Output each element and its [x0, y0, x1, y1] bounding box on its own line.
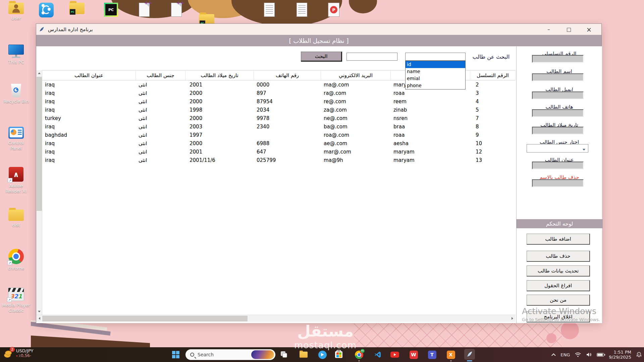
- wifi-icon[interactable]: [575, 352, 581, 357]
- table-cell: انثى: [136, 115, 185, 121]
- table-horizontal-scrollbar[interactable]: [36, 315, 516, 322]
- desktop-icon-shareit[interactable]: [39, 3, 54, 17]
- table-cell: 1997: [185, 132, 254, 138]
- table-cell: 9: [470, 132, 516, 138]
- student-address-field[interactable]: [532, 162, 584, 169]
- window-title: برنامج اداره المدارس: [48, 26, 93, 33]
- table-vertical-scrollbar[interactable]: [36, 70, 42, 315]
- scroll-down-arrow-icon[interactable]: [36, 309, 42, 315]
- telegram-button[interactable]: [318, 350, 327, 359]
- search-placeholder: Search: [198, 352, 251, 357]
- notification-bell-icon[interactable]: z: [636, 352, 642, 358]
- column-header[interactable]: جنس الطالب: [136, 70, 185, 80]
- vscode-button[interactable]: [373, 350, 382, 359]
- start-button[interactable]: [169, 350, 182, 360]
- table-cell: 2340: [254, 124, 321, 130]
- battery-icon[interactable]: [597, 353, 604, 357]
- wps-office-button[interactable]: W: [409, 350, 418, 359]
- table-row[interactable]: iraqانثى19982034za@.comzinab5: [42, 106, 516, 114]
- column-header[interactable]: تاريخ ميلاد الطالب: [185, 70, 254, 80]
- student-gender-select[interactable]: [527, 144, 588, 153]
- desktop-icon-dist[interactable]: dist: [2, 209, 31, 228]
- table-row[interactable]: turkeyانثى20009978ne@.comnsren7: [42, 114, 516, 122]
- desktop-icon-chrome[interactable]: ↗ chrome: [2, 249, 31, 271]
- table-row[interactable]: iraqانثى200087954re@.comreem4: [42, 97, 516, 106]
- microsoft-store-button[interactable]: [334, 350, 343, 359]
- delete-student-button[interactable]: حذف طالب: [527, 251, 590, 262]
- dropdown-option-selected[interactable]: id: [406, 61, 465, 68]
- delete-by-name-field[interactable]: [532, 179, 584, 187]
- desktop-icon-control-panel[interactable]: Control Panel: [2, 127, 31, 151]
- tray-overflow-chevron-icon[interactable]: [551, 353, 556, 358]
- desktop-icon-pycharm[interactable]: PC: [104, 3, 118, 17]
- desktop-icon-media-player-classic[interactable]: 321 ↗ Media Player Classic: [2, 288, 31, 313]
- desktop-icon-recycle-bin[interactable]: Recycle Bin: [2, 84, 31, 104]
- task-view-button[interactable]: [280, 350, 288, 359]
- close-button[interactable]: ×: [584, 26, 594, 33]
- scroll-left-arrow-icon[interactable]: [36, 315, 42, 321]
- add-student-button[interactable]: اضافه طالب: [527, 234, 590, 245]
- dropdown-option[interactable]: emial: [406, 75, 465, 82]
- column-header[interactable]: الرقم التسلسل: [470, 70, 516, 80]
- xampp-icon: X: [447, 351, 455, 359]
- clock[interactable]: 1:51 PM 9/29/2025: [609, 350, 631, 360]
- scroll-up-arrow-icon[interactable]: [36, 70, 42, 76]
- table-row[interactable]: iraqانثى20032340ba@.combraa8: [42, 122, 516, 131]
- widgets-button[interactable]: 2 USD/JPY ▾٪0,56-: [4, 348, 34, 360]
- desktop-icon-cpp-file[interactable]: ++: [171, 3, 182, 17]
- desktop-icon-text-file[interactable]: [297, 3, 307, 17]
- table-row[interactable]: iraqانثى2001/11/6025799ma@9hmaryam13: [42, 156, 516, 164]
- student-name-field[interactable]: [532, 73, 584, 81]
- column-header[interactable]: عنوان الطالب: [42, 70, 136, 80]
- table-cell: 2001: [185, 82, 254, 88]
- student-birthdate-field[interactable]: [532, 127, 584, 134]
- desktop-icon-this-pc[interactable]: This PC: [2, 45, 31, 65]
- desktop-icon-user[interactable]: User: [2, 3, 31, 21]
- volume-icon[interactable]: [586, 352, 592, 357]
- search-button[interactable]: البحث: [301, 52, 342, 62]
- table-cell: 025799: [254, 157, 321, 163]
- dropdown-option[interactable]: name: [406, 68, 465, 75]
- scroll-right-arrow-icon[interactable]: [509, 315, 516, 321]
- vertical-scroll-thumb[interactable]: [37, 77, 42, 211]
- table-row[interactable]: baghdadانثى1997roa@.comroaa9: [42, 131, 516, 139]
- table-cell: 2000: [185, 99, 254, 105]
- table-row[interactable]: iraqانثى2001647mar@.commaryam12: [42, 147, 516, 156]
- xampp-button[interactable]: X: [446, 350, 455, 359]
- student-phone-field[interactable]: [532, 109, 584, 117]
- active-app-button[interactable]: [464, 349, 475, 360]
- search-field-dropdown-list: id name emial phone: [405, 61, 466, 89]
- language-indicator[interactable]: ENG: [560, 352, 570, 357]
- column-header[interactable]: رقم الهاتف: [254, 70, 321, 80]
- clear-fields-button[interactable]: افراغ الحقول: [527, 280, 590, 291]
- serial-number-field[interactable]: [532, 55, 584, 63]
- about-us-button[interactable]: من نحن: [527, 295, 590, 306]
- column-header[interactable]: البريد الالكتروني: [321, 70, 391, 80]
- window-titlebar[interactable]: برنامج اداره المدارس – □ ×: [36, 24, 601, 35]
- dropdown-option[interactable]: phone: [406, 82, 465, 89]
- search-highlight-image[interactable]: [251, 350, 274, 359]
- desktop-icon-text-file[interactable]: [264, 3, 275, 17]
- table-row[interactable]: iraqانثى2000897ra@.comroaa3: [42, 89, 516, 97]
- minimize-button[interactable]: –: [544, 26, 554, 33]
- chrome-button[interactable]: m: [355, 350, 363, 359]
- table-cell: 13: [470, 157, 516, 163]
- table-cell: انثى: [136, 149, 185, 155]
- table-cell: انثى: [136, 90, 185, 96]
- horizontal-scroll-thumb[interactable]: [42, 316, 248, 321]
- table-row[interactable]: iraqانثى20006988ae@.comaesha10: [42, 139, 516, 147]
- desktop-icon-project-folder[interactable]: PC: [69, 3, 644, 14]
- maximize-button[interactable]: □: [564, 26, 574, 33]
- taskbar-search-box[interactable]: Search: [185, 349, 275, 360]
- pycharm-icon: PC: [104, 3, 118, 17]
- desktop-icon-adobe-reader[interactable]: ∧ ↗ Adobe Reader XI: [2, 167, 31, 194]
- desktop-icon-p-document[interactable]: P: [328, 3, 339, 17]
- search-field-combobox[interactable]: [405, 53, 466, 61]
- file-explorer-button[interactable]: [299, 350, 308, 359]
- desktop-icon-cpp-file[interactable]: ++: [139, 3, 150, 17]
- youtube-button[interactable]: [390, 350, 399, 359]
- student-email-field[interactable]: [532, 92, 584, 99]
- teams-button[interactable]: T: [428, 350, 436, 359]
- update-student-button[interactable]: تحديث بيانات طالب: [527, 265, 590, 277]
- search-input[interactable]: [346, 53, 397, 61]
